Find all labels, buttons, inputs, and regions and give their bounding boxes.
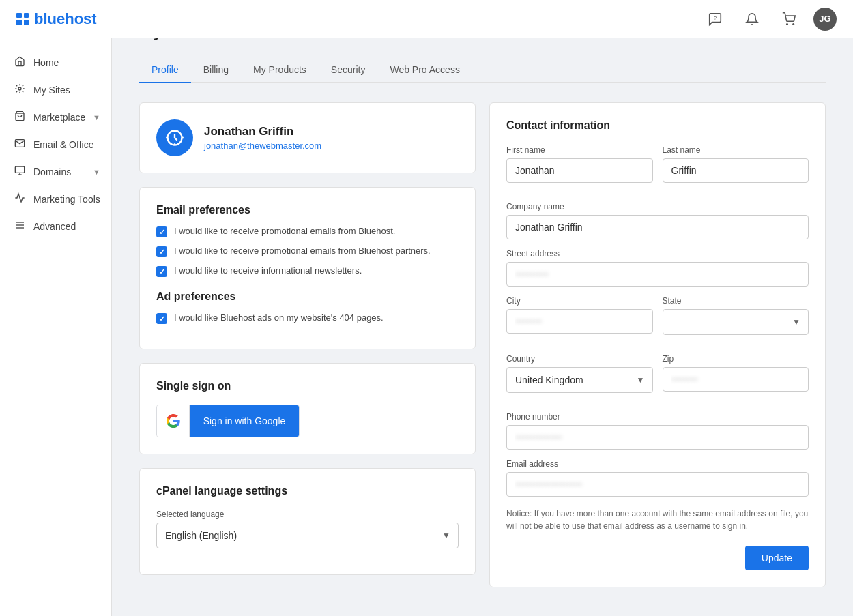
state-label: State <box>663 296 809 306</box>
domains-chevron-icon: ▼ <box>93 168 100 176</box>
logo-text: bluehost <box>34 10 97 28</box>
phone-group: Phone number <box>506 412 809 450</box>
domains-icon <box>13 165 27 179</box>
sidebar-item-home[interactable]: Home <box>0 49 111 76</box>
sidebar-item-domains[interactable]: Domains ▼ <box>0 158 111 186</box>
sidebar: Home My Sites Marketplace ▼ Email & Offi… <box>0 38 112 611</box>
cpanel-title: cPanel language settings <box>156 485 459 497</box>
street-address-input[interactable] <box>506 262 809 287</box>
main-content: My Account Center Profile Billing My Pro… <box>112 0 853 611</box>
profile-name: Jonathan Griffin <box>204 125 321 138</box>
language-select-wrapper: English (English) Spanish (Español) Fren… <box>156 523 459 548</box>
sidebar-item-marketing-tools[interactable]: Marketing Tools <box>0 186 111 213</box>
cart-icon-btn[interactable] <box>777 7 801 31</box>
sidebar-item-home-label: Home <box>33 57 59 68</box>
svg-point-2 <box>793 23 794 25</box>
city-input[interactable] <box>506 309 653 334</box>
country-select[interactable]: United Kingdom United States Canada Aust… <box>506 367 653 393</box>
state-group: State ▼ <box>663 296 809 335</box>
profile-avatar <box>156 119 193 156</box>
country-group: Country United Kingdom United States Can… <box>506 354 653 393</box>
svg-text:?: ? <box>714 14 717 20</box>
logo[interactable]: bluehost <box>16 10 97 28</box>
profile-email: jonathan@thewebmaster.com <box>204 141 321 151</box>
marketing-tools-icon <box>13 192 27 206</box>
user-avatar[interactable]: JG <box>813 8 837 31</box>
company-name-label: Company name <box>506 202 809 211</box>
marketplace-chevron-icon: ▼ <box>93 113 100 121</box>
pref-label-promo-bluehost: I would like to receive promotional emai… <box>174 226 395 236</box>
sidebar-item-domains-label: Domains <box>33 166 71 177</box>
svg-point-1 <box>787 23 788 25</box>
sidebar-item-my-sites[interactable]: My Sites <box>0 76 111 104</box>
profile-info: Jonathan Griffin jonathan@thewebmaster.c… <box>204 125 321 151</box>
home-icon <box>13 56 27 70</box>
language-label: Selected language <box>156 510 459 519</box>
email-address-input[interactable] <box>506 472 809 497</box>
chat-icon-btn[interactable]: ? <box>703 7 727 31</box>
last-name-group: Last name <box>663 145 809 183</box>
checkbox-promo-bluehost[interactable] <box>156 226 167 237</box>
phone-input[interactable] <box>506 425 809 450</box>
tab-profile[interactable]: Profile <box>139 57 191 83</box>
notice-text: Notice: If you have more than one accoun… <box>506 508 809 532</box>
left-column: Jonathan Griffin jonathan@thewebmaster.c… <box>139 102 476 589</box>
sidebar-item-advanced[interactable]: Advanced <box>0 213 111 240</box>
last-name-input[interactable] <box>663 158 809 183</box>
topnav-icons: ? JG <box>703 7 837 31</box>
tab-billing[interactable]: Billing <box>191 57 241 83</box>
email-address-group: Email address <box>506 459 809 497</box>
notification-icon-btn[interactable] <box>740 7 764 31</box>
ad-pref-title: Ad preferences <box>156 291 459 303</box>
street-address-label: Street address <box>506 249 809 259</box>
tab-web-pro-access[interactable]: Web Pro Access <box>377 57 472 83</box>
first-name-input[interactable] <box>506 158 653 183</box>
name-row: First name Last name <box>506 145 809 192</box>
zip-input[interactable] <box>663 367 809 392</box>
checkbox-promo-partners[interactable] <box>156 246 167 257</box>
state-select[interactable] <box>663 309 809 335</box>
contact-info-card: Contact information First name Last name… <box>489 102 826 587</box>
marketplace-icon <box>13 111 27 124</box>
google-signin-button[interactable]: Sign in with Google <box>156 405 300 437</box>
sidebar-item-email-office-label: Email & Office <box>33 139 93 150</box>
sso-card: Single sign on Sign in with Google <box>139 363 476 454</box>
cart-icon <box>782 12 796 26</box>
cpanel-language-card: cPanel language settings Selected langua… <box>139 468 476 575</box>
street-address-group: Street address <box>506 249 809 287</box>
svg-point-3 <box>18 87 21 90</box>
topnav: bluehost ? JG <box>0 0 853 38</box>
city-group: City <box>506 296 653 335</box>
company-name-input[interactable] <box>506 215 809 239</box>
checkbox-ads-404[interactable] <box>156 313 167 324</box>
svg-rect-5 <box>15 166 24 173</box>
pref-item-ads-404: I would like Bluehost ads on my website'… <box>156 312 459 324</box>
pref-label-ads-404: I would like Bluehost ads on my website'… <box>174 312 384 323</box>
content-grid: Jonathan Griffin jonathan@thewebmaster.c… <box>139 102 826 589</box>
city-label: City <box>506 296 653 306</box>
pref-label-newsletters: I would like to receive informational ne… <box>174 265 362 276</box>
tab-my-products[interactable]: My Products <box>241 57 319 83</box>
bell-icon <box>745 12 759 26</box>
city-state-row: City State ▼ <box>506 296 809 344</box>
checkbox-newsletters[interactable] <box>156 266 167 277</box>
company-name-group: Company name <box>506 202 809 239</box>
sidebar-item-email-office[interactable]: Email & Office <box>0 131 111 158</box>
phone-label: Phone number <box>506 412 809 422</box>
chat-icon: ? <box>708 12 723 27</box>
advanced-icon <box>13 220 27 233</box>
logo-grid <box>16 13 29 25</box>
sidebar-item-marketplace[interactable]: Marketplace ▼ <box>0 104 111 131</box>
contact-info-title: Contact information <box>506 119 809 132</box>
sidebar-item-my-sites-label: My Sites <box>33 85 70 96</box>
pref-item-newsletters: I would like to receive informational ne… <box>156 265 459 277</box>
language-select[interactable]: English (English) Spanish (Español) Fren… <box>156 523 459 548</box>
update-button[interactable]: Update <box>745 546 809 570</box>
email-pref-title: Email preferences <box>156 204 459 216</box>
sidebar-item-marketplace-label: Marketplace <box>33 112 85 123</box>
first-name-label: First name <box>506 145 653 155</box>
pref-item-promo-bluehost: I would like to receive promotional emai… <box>156 226 459 237</box>
tab-security[interactable]: Security <box>319 57 378 83</box>
profile-card: Jonathan Griffin jonathan@thewebmaster.c… <box>139 102 476 173</box>
country-zip-row: Country United Kingdom United States Can… <box>506 354 809 402</box>
